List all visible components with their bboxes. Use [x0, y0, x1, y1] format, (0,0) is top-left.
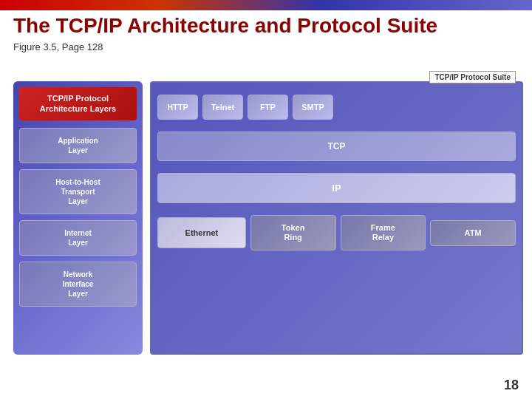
left-panel: TCP/IP Protocol Architecture Layers Appl… [13, 81, 143, 355]
diagram: TCP/IP Protocol Architecture Layers Appl… [13, 81, 523, 362]
application-layer: ApplicationLayer [19, 128, 137, 163]
network-interface-row: Ethernet TokenRing FrameRelay ATM [157, 215, 516, 250]
top-bar [0, 0, 532, 10]
right-panel-title: TCP/IP Protocol Suite [429, 71, 516, 83]
ethernet-box: Ethernet [157, 217, 246, 248]
frame-relay-box: FrameRelay [341, 215, 426, 250]
smtp-box: SMTP [293, 95, 333, 120]
right-panel: TCP/IP Protocol Suite HTTP Telnet FTP SM… [150, 81, 523, 355]
right-inner: HTTP Telnet FTP SMTP TCP IP Ethernet Tok… [157, 95, 516, 341]
http-box: HTTP [157, 95, 198, 120]
left-panel-title: TCP/IP Protocol Architecture Layers [19, 87, 137, 120]
atm-box: ATM [430, 220, 516, 246]
page-number: 18 [504, 378, 519, 393]
ip-row: IP [157, 173, 516, 203]
figure-label: Figure 3.5, Page 128 [13, 41, 519, 52]
main-title: The TCP/IP Architecture and Protocol Sui… [13, 13, 519, 38]
ip-box: IP [157, 173, 516, 203]
tcp-row: TCP [157, 132, 516, 161]
application-protocols-row: HTTP Telnet FTP SMTP [157, 95, 516, 120]
telnet-box: Telnet [202, 95, 243, 120]
token-ring-box: TokenRing [250, 215, 336, 250]
network-interface-layer: NetworkInterfaceLayer [19, 262, 137, 307]
ftp-box: FTP [248, 95, 288, 120]
internet-layer: InternetLayer [19, 220, 137, 256]
host-to-host-layer: Host-to-HostTransportLayer [19, 169, 137, 214]
tcp-box: TCP [157, 132, 516, 161]
title-area: The TCP/IP Architecture and Protocol Sui… [13, 13, 519, 52]
